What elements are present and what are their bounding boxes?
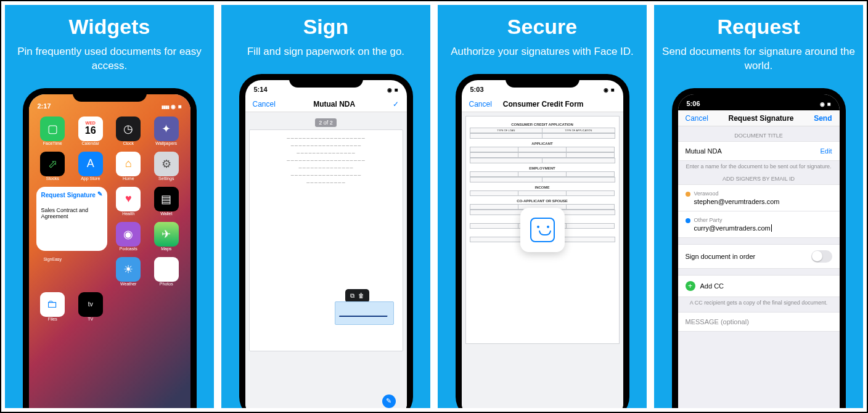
faceid-prompt: [520, 208, 565, 252]
signer-email: stephen@verumtraders.com: [686, 198, 780, 205]
document-title-value: Mutual NDA: [686, 147, 722, 155]
duplicate-icon[interactable]: ⧉: [350, 292, 354, 299]
phone-frame: 5:06 Cancel Request Signature Send DOCUM…: [672, 88, 846, 408]
nav-bar: Cancel Consumer Credit Form: [462, 96, 623, 112]
app-tv[interactable]: tvTV: [74, 292, 107, 321]
panel-title: Secure: [507, 15, 577, 39]
app-weather[interactable]: ☀Weather: [112, 257, 145, 286]
signature-popover[interactable]: ⧉ 🗑: [345, 289, 369, 303]
signeasy-widget[interactable]: ✎ Request Signature Sales Contract and A…: [36, 187, 107, 251]
checkmark-icon[interactable]: ✓: [393, 100, 399, 108]
sign-order-toggle[interactable]: [811, 250, 832, 263]
trash-icon[interactable]: 🗑: [358, 292, 364, 299]
status-time: 2:17: [38, 102, 51, 110]
widget-label: SignEasy: [36, 257, 70, 286]
faceid-icon: [530, 218, 555, 242]
status-time: 5:03: [470, 86, 484, 93]
pen-icon: ✎: [97, 190, 102, 197]
notch: [506, 74, 579, 88]
panel-title: Request: [717, 15, 800, 39]
panel-secure: Secure Authorize your signatures with Fa…: [438, 5, 647, 408]
signature-field[interactable]: [335, 301, 394, 325]
doc-title-hint: Enter a name for the document to be sent…: [678, 161, 840, 170]
nav-title: Request Signature: [728, 114, 793, 123]
add-field-fab[interactable]: ✎: [382, 395, 396, 408]
status-time: 5:14: [254, 86, 268, 93]
signer-row[interactable]: Other Party curry@verumtraders.com: [678, 211, 840, 238]
nav-title: Consumer Credit Form: [503, 100, 584, 108]
app-stocks[interactable]: ⬀Stocks: [36, 152, 70, 181]
notch: [289, 74, 363, 88]
plus-icon: +: [686, 281, 695, 291]
document-title-cell[interactable]: Mutual NDA Edit: [678, 141, 840, 161]
credit-form-page[interactable]: CONSUMER CREDIT APPLICATION TYPE OF LOAN…: [465, 116, 620, 344]
app-health[interactable]: ♥Health: [112, 187, 145, 216]
app-maps[interactable]: ✈Maps: [150, 222, 183, 251]
phone-frame: 5:14 Cancel Mutual NDA ✓ 2 of 2 — — — — …: [239, 74, 413, 408]
status-indicators: [820, 100, 830, 107]
nav-title: Mutual NDA: [313, 100, 355, 108]
app-facetime[interactable]: ▢FaceTime: [36, 117, 70, 145]
panel-title: Widgets: [69, 15, 150, 39]
add-cc-label: Add CC: [700, 282, 724, 290]
signer-row[interactable]: Verawood stephen@verumtraders.com: [678, 184, 840, 211]
panel-sign: Sign Fill and sign paperwork on the go. …: [221, 5, 430, 408]
app-wallet[interactable]: ▤Wallet: [150, 187, 183, 216]
cancel-button[interactable]: Cancel: [253, 100, 276, 108]
phone-frame: 5:03 Cancel Consumer Credit Form CONSUME…: [456, 74, 629, 408]
sign-order-cell[interactable]: Sign document in order: [678, 244, 840, 269]
app-files[interactable]: 🗀Files: [36, 292, 70, 321]
signer-email-input[interactable]: curry@verumtraders.com: [686, 224, 772, 232]
panel-request: Request Send documents for signature aro…: [654, 5, 863, 408]
document-viewer[interactable]: CONSUMER CREDIT APPLICATION TYPE OF LOAN…: [462, 112, 623, 408]
notch: [722, 88, 796, 102]
request-signature-screen: 5:06 Cancel Request Signature Send DOCUM…: [678, 94, 840, 408]
sign-order-label: Sign document in order: [686, 253, 756, 260]
notch: [73, 88, 147, 102]
section-label-signers: ADD SIGNERS BY EMAIL ID: [678, 170, 840, 184]
message-placeholder: MESSAGE (optional): [686, 318, 749, 325]
signer-color-dot: [686, 192, 690, 197]
add-cc-hint: A CC recipient gets a copy of the final …: [678, 297, 840, 306]
panel-widgets: Widgets Pin frequently used documents fo…: [5, 5, 214, 408]
app-home[interactable]: ⌂Home: [112, 152, 145, 181]
cancel-button[interactable]: Cancel: [686, 114, 708, 123]
message-cell[interactable]: MESSAGE (optional): [678, 312, 840, 332]
status-indicators: [387, 86, 398, 93]
panel-subtitle: Pin frequently used documents for easy a…: [5, 45, 214, 73]
page-badge: 2 of 2: [315, 118, 337, 127]
app-calendar[interactable]: WED16Calendar: [74, 117, 107, 145]
app-settings[interactable]: ⚙Settings: [150, 152, 183, 181]
cancel-button[interactable]: Cancel: [469, 100, 492, 108]
status-indicators: [604, 86, 614, 93]
app-clock[interactable]: ◷Clock: [112, 117, 145, 145]
nav-bar: Cancel Mutual NDA ✓: [245, 96, 407, 112]
app-wallpapers[interactable]: ✦Wallpapers: [150, 117, 183, 145]
app-podcasts[interactable]: ◉Podcasts: [112, 222, 145, 251]
status-indicators: [162, 102, 181, 110]
panel-subtitle: Fill and sign paperwork on the go.: [241, 45, 411, 59]
edit-button[interactable]: Edit: [821, 147, 832, 155]
section-label-doctitle: DOCUMENT TITLE: [678, 126, 840, 141]
panel-subtitle: Authorize your signatures with Face ID.: [444, 45, 640, 59]
panel-subtitle: Send documents for signature around the …: [654, 45, 863, 73]
ios-home-screen: 2:17 ▢FaceTime WED16Calendar ◷Clock ✦Wal…: [29, 94, 190, 408]
add-cc-cell[interactable]: +Add CC: [678, 275, 840, 297]
widget-title: Request Signature: [41, 192, 102, 198]
signer-color-dot: [686, 218, 690, 223]
document-viewer[interactable]: 2 of 2 — — — — — — — — — — — — — — — — —…: [245, 112, 407, 408]
app-appstore[interactable]: AApp Store: [74, 152, 107, 181]
form-header: CONSUMER CREDIT APPLICATION: [470, 123, 615, 126]
app-photos[interactable]: ✿Photos: [150, 257, 183, 286]
nav-bar: Cancel Request Signature Send: [678, 110, 840, 126]
send-button[interactable]: Send: [814, 114, 832, 123]
document-page[interactable]: — — — — — — — — — — — — — — — — — — — — …: [249, 129, 403, 351]
phone-frame: 2:17 ▢FaceTime WED16Calendar ◷Clock ✦Wal…: [23, 88, 197, 408]
widget-line2: Sales Contract and Agreement: [41, 207, 102, 219]
panel-title: Sign: [303, 15, 349, 39]
status-time: 5:06: [687, 100, 700, 107]
